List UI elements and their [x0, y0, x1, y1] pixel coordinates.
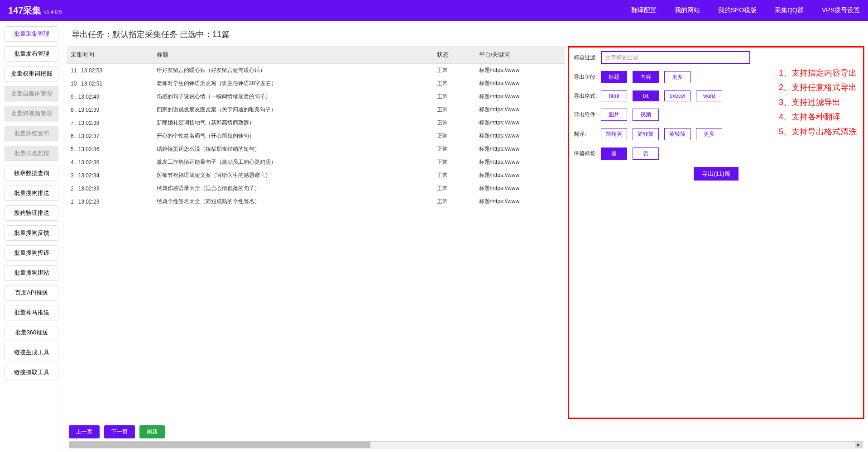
- sidebar-item-2[interactable]: 批量权重词挖掘: [5, 66, 58, 81]
- translate-option-2[interactable]: 英转简: [664, 128, 691, 140]
- feature-note: 3、支持过滤导出: [779, 95, 857, 109]
- prev-page-button[interactable]: 上一页: [69, 425, 100, 438]
- cell-platform: 标题/https://www: [475, 90, 565, 103]
- cell-platform: 标题/https://www: [475, 116, 565, 129]
- brand-name: 147采集: [8, 5, 41, 17]
- sidebar-item-5: 批量外链发布: [5, 126, 58, 141]
- cell-time: 2 . 13:02:33: [67, 182, 153, 195]
- cell-time: 7 . 13:02:38: [67, 116, 153, 129]
- brand-version: v1.4.0.5: [44, 9, 62, 14]
- sidebar-item-8[interactable]: 批量搜狗推送: [5, 186, 58, 201]
- sidebar-item-1[interactable]: 批量发布管理: [5, 46, 58, 62]
- cell-time: 6 . 13:02:37: [67, 129, 153, 143]
- sidebar-item-7[interactable]: 收录数据查询: [5, 166, 58, 181]
- format-option-3[interactable]: word: [696, 90, 722, 101]
- table-row[interactable]: 9 . 13:02:49伤感的句子说说心情（一瞬间情绪崩溃的句子）正常标题/ht…: [67, 90, 565, 103]
- cell-status: 正常: [433, 77, 475, 90]
- sidebar-item-15[interactable]: 批量360推送: [5, 325, 58, 340]
- table-row[interactable]: 2 . 13:02:33经典伤感语录大全（适合心情低落的句子）正常标题/http…: [67, 182, 565, 195]
- cell-platform: 标题/https://www: [475, 143, 565, 156]
- field-option-0[interactable]: 标题: [601, 71, 627, 83]
- sidebar: 批量采集管理批量发布管理批量权重词挖掘批量自媒体管理批量短视频管理批量外链发布批…: [0, 21, 63, 452]
- format-option-0[interactable]: html: [601, 90, 627, 101]
- cell-platform: 标题/https://www: [475, 77, 565, 90]
- keep-tag-option-1[interactable]: 否: [633, 147, 659, 160]
- nav-my-seo-template[interactable]: 我的SEO模版: [718, 6, 757, 14]
- title-filter-input[interactable]: [601, 51, 750, 64]
- cell-title: 医师节祝福语简短文案（写给医生的感恩赠言）: [153, 169, 434, 182]
- cell-status: 正常: [433, 156, 475, 169]
- table-row[interactable]: 3 . 13:02:34医师节祝福语简短文案（写给医生的感恩赠言）正常标题/ht…: [67, 169, 565, 182]
- col-title: 标题: [153, 46, 434, 64]
- table-row[interactable]: 1 . 13:02:23经典个性签名大全（简短成熟的个性签名）正常标题/http…: [67, 195, 565, 208]
- next-page-button[interactable]: 下一页: [104, 425, 135, 438]
- cell-title: 经典伤感语录大全（适合心情低落的句子）: [153, 182, 434, 195]
- sidebar-item-14[interactable]: 批量神马推送: [5, 305, 58, 320]
- field-option-2[interactable]: 更多: [664, 71, 691, 83]
- cell-title: 回家的说说发朋友圈文案（关于归途的唯美句子）: [153, 103, 434, 116]
- sidebar-item-3: 批量自媒体管理: [5, 86, 58, 101]
- sidebar-item-16[interactable]: 链接生成工具: [5, 345, 58, 360]
- table-row[interactable]: 5 . 13:02:36结婚祝贺词怎么说（祝福朋友结婚的短句）正常标题/http…: [67, 143, 565, 156]
- sidebar-item-10[interactable]: 批量搜狗反馈: [5, 225, 58, 241]
- attachment-option-1[interactable]: 视频: [633, 109, 659, 121]
- format-label: 导出格式:: [574, 92, 601, 100]
- cell-platform: 标题/https://www: [475, 169, 565, 182]
- cell-status: 正常: [433, 129, 475, 143]
- refresh-button[interactable]: 刷新: [139, 425, 165, 438]
- cell-status: 正常: [433, 103, 475, 116]
- cell-status: 正常: [433, 143, 475, 156]
- sidebar-item-0[interactable]: 批量采集管理: [5, 26, 58, 42]
- col-platform: 平台/关键词: [475, 46, 565, 64]
- cell-title: 老师对学生的评语怎么写（班主任评语20字左右）: [153, 77, 434, 90]
- nav-qq-group[interactable]: 采集QQ群: [775, 6, 804, 14]
- filter-label: 标题过滤:: [574, 54, 601, 62]
- main-area: 导出任务：默认指定采集任务 已选中：11篇 采集时间 标题 状态 平台/关键词 …: [63, 21, 868, 452]
- cell-platform: 标题/https://www: [475, 129, 565, 143]
- cell-platform: 标题/https://www: [475, 156, 565, 169]
- sidebar-item-13[interactable]: 百度API推送: [5, 285, 58, 300]
- format-option-1[interactable]: txt: [633, 90, 659, 101]
- cell-status: 正常: [433, 116, 475, 129]
- keep-tag-option-0[interactable]: 是: [601, 147, 627, 160]
- sidebar-item-4: 批量短视频管理: [5, 106, 58, 121]
- feature-note: 5、支持导出格式清洗: [779, 124, 857, 139]
- task-table-wrap: 采集时间 标题 状态 平台/关键词 11 . 13:02:53给好友留言的暖心贴…: [67, 46, 565, 419]
- attachment-option-0[interactable]: 图片: [601, 109, 627, 121]
- translate-option-0[interactable]: 简转英: [601, 128, 627, 140]
- feature-note: 4、支持各种翻译: [779, 109, 857, 124]
- translate-option-3[interactable]: 更多: [696, 128, 722, 140]
- table-row[interactable]: 4 . 13:02:36激发工作热情正能量句子（激励员工的心灵鸡汤）正常标题/h…: [67, 156, 565, 169]
- nav-vps-dial[interactable]: VPS拨号设置: [822, 6, 860, 14]
- cell-title: 新郎婚礼贺词接地气（新郎高情商致辞）: [153, 116, 434, 129]
- top-nav: 翻译配置 我的网站 我的SEO模版 采集QQ群 VPS拨号设置: [631, 6, 860, 14]
- field-option-1[interactable]: 内容: [633, 71, 659, 83]
- nav-my-site[interactable]: 我的网站: [675, 6, 700, 14]
- horizontal-scrollbar[interactable]: ▶: [69, 441, 863, 448]
- table-row[interactable]: 7 . 13:02:38新郎婚礼贺词接地气（新郎高情商致辞）正常标题/https…: [67, 116, 565, 129]
- sidebar-item-9[interactable]: 搜狗验证推送: [5, 205, 58, 221]
- cell-time: 1 . 13:02:23: [67, 195, 153, 208]
- cell-title: 伤感的句子说说心情（一瞬间情绪崩溃的句子）: [153, 90, 434, 103]
- translate-option-1[interactable]: 简转繁: [633, 128, 659, 140]
- scrollbar-right-arrow[interactable]: ▶: [855, 442, 862, 448]
- cell-title: 激发工作热情正能量句子（激励员工的心灵鸡汤）: [153, 156, 434, 169]
- table-row[interactable]: 11 . 13:02:53给好友留言的暖心贴（好友留言短句暖心话）正常标题/ht…: [67, 64, 565, 77]
- cell-platform: 标题/https://www: [475, 103, 565, 116]
- scrollbar-thumb[interactable]: [69, 442, 370, 448]
- nav-translate-config[interactable]: 翻译配置: [631, 6, 657, 14]
- cell-title: 经典个性签名大全（简短成熟的个性签名）: [153, 195, 434, 208]
- table-row[interactable]: 8 . 13:02:39回家的说说发朋友圈文案（关于归途的唯美句子）正常标题/h…: [67, 103, 565, 116]
- cell-status: 正常: [433, 195, 475, 208]
- sidebar-item-12[interactable]: 批量搜狗绑站: [5, 265, 58, 281]
- table-row[interactable]: 10 . 13:02:51老师对学生的评语怎么写（班主任评语20字左右）正常标题…: [67, 77, 565, 90]
- cell-time: 4 . 13:02:36: [67, 156, 153, 169]
- sidebar-item-17[interactable]: 链接抓取工具: [5, 365, 58, 380]
- cell-platform: 标题/https://www: [475, 195, 565, 208]
- cell-time: 11 . 13:02:53: [67, 64, 153, 77]
- export-button[interactable]: 导出(11)篇: [694, 167, 738, 181]
- table-row[interactable]: 6 . 13:02:37开心的个性签名霸气（开心简短的佳句）正常标题/https…: [67, 129, 565, 143]
- sidebar-item-11[interactable]: 批量搜狗投诉: [5, 245, 58, 261]
- cell-title: 开心的个性签名霸气（开心简短的佳句）: [153, 129, 434, 143]
- format-option-2[interactable]: execel: [664, 90, 691, 101]
